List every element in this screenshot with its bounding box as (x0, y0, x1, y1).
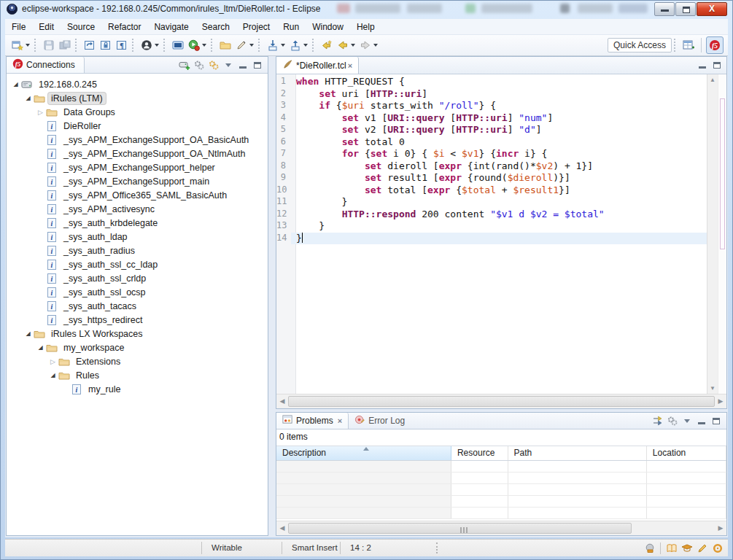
gears-icon[interactable] (192, 58, 206, 72)
scroll-right-icon[interactable]: ▶ (715, 394, 726, 408)
console-icon[interactable] (171, 37, 185, 53)
tree-item--sys-auth-radius[interactable]: i_sys_auth_radius (7, 244, 268, 257)
gears-icon[interactable] (665, 413, 680, 428)
tree-item--sys-auth-ssl-cc-ldap[interactable]: i_sys_auth_ssl_cc_ldap (7, 257, 268, 271)
code-line-11[interactable]: 11 } (276, 196, 707, 209)
workbench-icon[interactable] (710, 541, 725, 555)
column-header-location[interactable]: Location (647, 446, 726, 460)
maximize-view-icon[interactable] (709, 413, 724, 428)
f5-perspective-icon[interactable]: f5 (706, 36, 724, 54)
tree-item--sys-apm-office365-saml-basicauth[interactable]: i_sys_APM_Office365_SAML_BasicAuth (7, 188, 268, 202)
tab-connections[interactable]: f5 Connections (7, 57, 85, 73)
dropdown-caret-icon[interactable] (373, 44, 378, 47)
menu-file[interactable]: File (5, 19, 32, 35)
maximize-editor-icon[interactable] (710, 58, 724, 73)
menu-source[interactable]: Source (61, 19, 101, 35)
dropdown-caret-icon[interactable] (281, 44, 285, 47)
tree-item--sys-apm-exchangesupport-oa-basicauth[interactable]: i_sys_APM_ExchangeSupport_OA_BasicAuth (7, 133, 268, 147)
filter-icon[interactable] (651, 413, 665, 428)
dropdown-caret-icon[interactable] (26, 44, 30, 47)
tree-item-data-groups[interactable]: ▷Data Groups (7, 105, 268, 119)
new-wizard-icon[interactable] (10, 37, 31, 53)
cheatsheet-icon[interactable] (642, 541, 657, 555)
tutorials-icon[interactable] (679, 541, 694, 555)
code-editor[interactable]: 1when HTTP_REQUEST {2 set uri [HTTP::uri… (276, 74, 726, 394)
user-icon[interactable] (139, 37, 160, 53)
tree-item-192-168-0-245[interactable]: ◢192.168.0.245 (7, 77, 268, 91)
expanded-arrow-icon[interactable]: ◢ (36, 344, 45, 351)
tree-item--sys-auth-ssl-ocsp[interactable]: i_sys_auth_ssl_ocsp (7, 285, 268, 299)
code-line-13[interactable]: 13 } (276, 220, 707, 233)
collapsed-arrow-icon[interactable]: ▷ (36, 109, 45, 116)
save-icon[interactable] (42, 37, 56, 53)
column-header-path[interactable]: Path (508, 446, 647, 460)
whats-new-icon[interactable] (664, 541, 679, 555)
tree-item--sys-apm-exchangesupport-main[interactable]: i_sys_APM_ExchangeSupport_main (7, 174, 268, 188)
tab-dieroller-tcl[interactable]: *DieRoller.tcl × (276, 57, 359, 74)
show-paragraph-icon[interactable]: ¶ (115, 37, 129, 53)
menu-help[interactable]: Help (350, 19, 381, 35)
expanded-arrow-icon[interactable]: ◢ (11, 81, 20, 88)
scroll-right-icon[interactable]: ▶ (715, 521, 726, 535)
menu-edit[interactable]: Edit (32, 19, 61, 35)
scrollbar-thumb[interactable] (288, 396, 715, 407)
tree-item--sys-auth-ssl-crldp[interactable]: i_sys_auth_ssl_crldp (7, 271, 268, 285)
view-menu-icon[interactable] (680, 413, 694, 428)
new-connection-icon[interactable] (177, 58, 192, 72)
close-button[interactable]: X (697, 2, 727, 16)
expanded-arrow-icon[interactable]: ◢ (48, 372, 58, 378)
close-tab-icon[interactable]: × (348, 61, 352, 70)
import-icon[interactable] (265, 37, 287, 53)
editor-horizontal-scrollbar[interactable]: ◀ ▶ (276, 394, 726, 408)
column-header-description[interactable]: Description (276, 446, 451, 460)
export-icon[interactable] (288, 37, 309, 53)
tree-item-extensions[interactable]: ▷Extensions (7, 354, 268, 368)
pencil-tool-icon[interactable] (234, 37, 255, 53)
minimize-editor-icon[interactable] (695, 58, 710, 73)
dropdown-caret-icon[interactable] (351, 44, 355, 47)
tree-item--sys-auth-krbdelegate[interactable]: i_sys_auth_krbdelegate (7, 216, 268, 230)
menu-refactor[interactable]: Refactor (101, 19, 147, 35)
column-header-resource[interactable]: Resource (451, 446, 508, 460)
scroll-left-icon[interactable]: ◀ (276, 521, 288, 535)
dropdown-caret-icon[interactable] (155, 44, 159, 47)
tree-item-rules[interactable]: ◢Rules (7, 368, 268, 382)
maximize-button[interactable] (675, 2, 696, 16)
dropdown-caret-icon[interactable] (202, 44, 206, 47)
tree-item--sys-auth-tacacs[interactable]: i_sys_auth_tacacs (7, 299, 268, 313)
close-tab-icon[interactable]: × (338, 416, 342, 425)
code-line-2[interactable]: 2 set uri [HTTP::uri] (276, 88, 707, 101)
view-menu-icon[interactable] (221, 58, 236, 72)
tab-error-log[interactable]: Error Log (349, 413, 414, 429)
dropdown-caret-icon[interactable] (303, 44, 308, 47)
code-line-9[interactable]: 9 set result1 [expr {round($dieroll)}] (276, 172, 707, 184)
back-to-last-edit-icon[interactable] (319, 37, 334, 53)
menu-search[interactable]: Search (195, 19, 236, 35)
code-line-10[interactable]: 10 set total [expr {$total + $result1}] (276, 184, 707, 197)
forward-icon[interactable] (358, 37, 379, 53)
gold-gears-icon[interactable] (206, 58, 221, 72)
menu-window[interactable]: Window (306, 19, 350, 35)
dropdown-caret-icon[interactable] (249, 44, 254, 47)
quick-access-input[interactable]: Quick Access (608, 38, 672, 52)
minimize-button[interactable] (654, 2, 675, 16)
code-line-6[interactable]: 6 set total 0 (276, 136, 707, 149)
open-folder-icon[interactable] (218, 37, 233, 53)
code-line-1[interactable]: 1when HTTP_REQUEST { (276, 76, 707, 88)
editor-vertical-scrollbar[interactable]: ▲ ▼ (707, 74, 718, 394)
save-all-icon[interactable] (58, 37, 72, 53)
tree-item--sys-https-redirect[interactable]: i_sys_https_redirect (7, 313, 268, 327)
tree-item--sys-apm-activesync[interactable]: i_sys_APM_activesync (7, 202, 268, 216)
run-icon[interactable] (187, 37, 208, 53)
code-line-5[interactable]: 5 set v2 [URI::query [HTTP::uri] "d"] (276, 124, 707, 136)
tree-item-irules-lx-workspaces[interactable]: ◢iRules LX Workspaces (7, 327, 268, 341)
minimize-view-icon[interactable] (694, 413, 709, 428)
collapsed-arrow-icon[interactable]: ▷ (48, 358, 58, 365)
tree-item-my-rule[interactable]: imy_rule (7, 382, 268, 396)
code-line-3[interactable]: 3 if {$uri starts_with "/roll"} { (276, 100, 707, 112)
menu-project[interactable]: Project (236, 19, 276, 35)
tree-item--sys-apm-exchangesupport-helper[interactable]: i_sys_APM_ExchangeSupport_helper (7, 160, 268, 174)
menu-run[interactable]: Run (276, 19, 306, 35)
lock-icon[interactable] (98, 37, 113, 53)
scroll-left-icon[interactable]: ◀ (276, 394, 288, 408)
